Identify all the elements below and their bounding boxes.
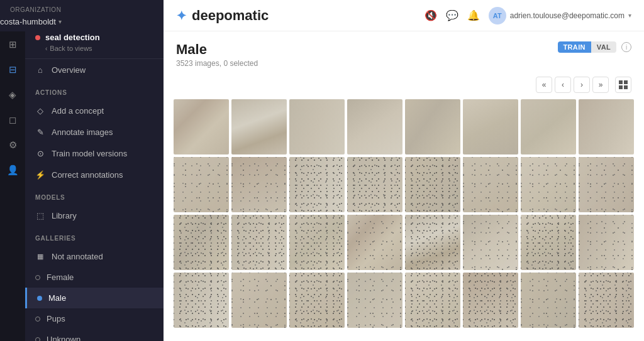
org-name-text: costa-humboldt (0, 17, 56, 26)
image-row-4 (174, 273, 634, 328)
image-thumbnail[interactable] (347, 273, 402, 328)
image-thumbnail[interactable] (521, 273, 576, 328)
sidebar-item-female[interactable]: Female (25, 267, 164, 288)
correct-icon: ⚡ (35, 170, 45, 180)
info-icon[interactable]: i (621, 42, 631, 52)
pups-dot-icon (35, 317, 40, 322)
project-status-dot (35, 35, 40, 40)
avatar: AT (489, 7, 506, 24)
unknown-dot-icon (35, 337, 40, 342)
grid-view-button[interactable] (615, 77, 631, 93)
image-thumbnail[interactable] (289, 157, 345, 212)
image-thumbnail[interactable] (174, 157, 229, 212)
image-thumbnail[interactable] (463, 157, 518, 212)
sidebar-item-train-model[interactable]: ⊙ Train model versions (25, 143, 164, 164)
sidebar-item-add-concept[interactable]: ◇ Add a concept (25, 100, 164, 121)
grid-icon (619, 80, 628, 89)
tag-icon: ◇ (35, 106, 45, 116)
project-name: seal detection (35, 33, 153, 42)
val-badge[interactable]: VAL (591, 41, 616, 53)
female-dot-icon (35, 275, 40, 280)
image-thumbnail[interactable] (289, 99, 345, 154)
image-thumbnail[interactable] (289, 273, 345, 328)
image-thumbnail[interactable] (174, 273, 229, 328)
nav-icon-data[interactable]: ⊟ (6, 63, 19, 77)
image-thumbnail[interactable] (579, 99, 634, 154)
project-header: seal detection ‹ Back to views (25, 26, 164, 59)
title-actions: TRAIN VAL i (558, 41, 631, 53)
train-badge[interactable]: TRAIN (558, 41, 591, 53)
image-thumbnail[interactable] (463, 273, 518, 328)
chat-icon[interactable]: 💬 (446, 9, 458, 22)
image-thumbnail[interactable] (174, 215, 229, 270)
male-dot-icon (37, 296, 42, 301)
image-thumbnail[interactable] (579, 157, 634, 212)
nav-icon-tag[interactable]: ◈ (6, 88, 19, 102)
image-thumbnail[interactable] (289, 215, 345, 270)
sidebar-item-male[interactable]: Male (25, 288, 164, 308)
train-label: Train model versions (52, 149, 127, 158)
pagination-last-button[interactable]: » (592, 77, 609, 93)
add-concept-label: Add a concept (52, 106, 104, 116)
image-thumbnail[interactable] (579, 273, 634, 328)
nav-icon-explore[interactable]: ⊞ (6, 38, 19, 51)
svg-rect-1 (624, 80, 628, 84)
sidebar-item-unknown[interactable]: Unknown (25, 329, 164, 341)
org-name[interactable]: costa-humboldt ▾ (0, 17, 164, 26)
bell-icon[interactable]: 🔔 (467, 9, 480, 22)
image-thumbnail[interactable] (347, 215, 402, 270)
nav-icon-shape[interactable]: ◻ (6, 113, 19, 127)
pagination-next-button[interactable]: › (574, 77, 590, 93)
org-chevron-icon: ▾ (58, 18, 62, 25)
pagination-bar: « ‹ › » (164, 74, 644, 97)
female-label: Female (47, 273, 74, 282)
content-header: Male 3523 images, 0 selected TRAIN VAL i (164, 31, 644, 74)
image-thumbnail[interactable] (174, 99, 229, 154)
annotate-icon: ✎ (35, 127, 45, 137)
image-thumbnail[interactable] (231, 273, 287, 328)
annotate-label: Annotate images (52, 127, 113, 137)
nav-icon-settings[interactable]: ⚙ (6, 138, 19, 152)
user-menu[interactable]: AT adrien.toulouse@deepomatic.com ▾ (489, 7, 631, 24)
sidebar-item-overview[interactable]: ⌂ Overview (25, 59, 164, 80)
pagination-first-button[interactable]: « (536, 77, 552, 93)
image-thumbnail[interactable] (347, 157, 402, 212)
models-section-label: MODELS (25, 185, 164, 205)
image-thumbnail[interactable] (405, 215, 460, 270)
sidebar-item-annotate-images[interactable]: ✎ Annotate images (25, 121, 164, 143)
image-row-2 (174, 157, 634, 212)
image-thumbnail[interactable] (405, 157, 460, 212)
user-email: adrien.toulouse@deepomatic.com (510, 11, 625, 20)
nav-icon-user[interactable]: 👤 (6, 163, 19, 177)
image-thumbnail[interactable] (405, 273, 460, 328)
svg-rect-3 (624, 85, 628, 89)
image-thumbnail[interactable] (347, 99, 402, 154)
svg-rect-0 (619, 80, 623, 84)
image-thumbnail[interactable] (579, 215, 634, 270)
back-link-text: Back to views (50, 45, 92, 52)
project-name-text: seal detection (45, 33, 100, 42)
back-to-views-link[interactable]: ‹ Back to views (35, 42, 153, 52)
image-thumbnail[interactable] (231, 215, 287, 270)
back-chevron-icon: ‹ (45, 45, 47, 52)
actions-section-label: ACTIONS (25, 80, 164, 100)
notifications-disabled-icon[interactable]: 🔇 (425, 9, 437, 22)
image-thumbnail[interactable] (405, 99, 460, 154)
main-content: ✦ deepomatic 🔇 💬 🔔 AT adrien.toulouse@de… (164, 0, 644, 341)
sidebar-item-library[interactable]: ⬚ Library (25, 205, 164, 226)
sidebar-item-not-annotated[interactable]: ▦ Not annotated (25, 246, 164, 267)
image-thumbnail[interactable] (231, 99, 287, 154)
sidebar-item-correct-annotations[interactable]: ⚡ Correct annotations (25, 164, 164, 185)
image-thumbnail[interactable] (521, 157, 576, 212)
image-thumbnail[interactable] (521, 99, 576, 154)
image-thumbnail[interactable] (231, 157, 287, 212)
app-header: ✦ deepomatic 🔇 💬 🔔 AT adrien.toulouse@de… (164, 0, 644, 31)
page-subtitle: 3523 images, 0 selected (176, 59, 258, 68)
sidebar-item-pups[interactable]: Pups (25, 308, 164, 329)
pagination-prev-button[interactable]: ‹ (555, 77, 571, 93)
user-chevron-icon: ▾ (628, 12, 631, 19)
image-thumbnail[interactable] (463, 215, 518, 270)
not-annotated-icon: ▦ (35, 251, 45, 261)
image-thumbnail[interactable] (463, 99, 518, 154)
image-thumbnail[interactable] (521, 215, 576, 270)
